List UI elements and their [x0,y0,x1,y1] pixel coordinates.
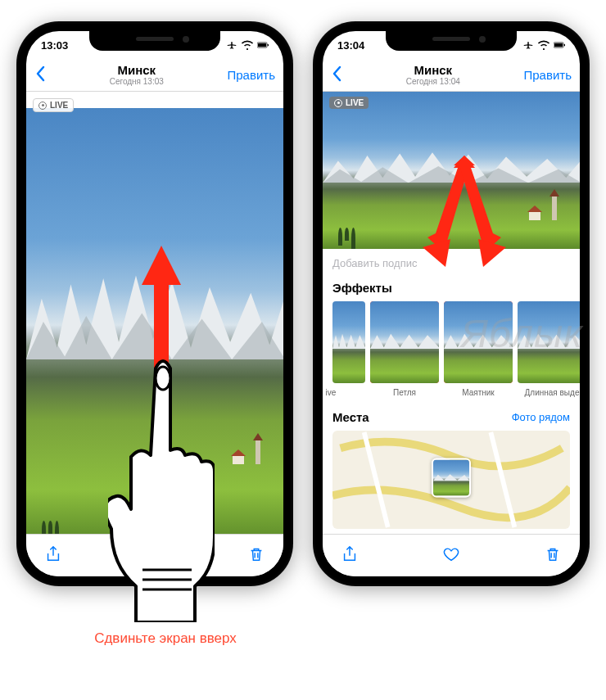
share-icon [341,545,359,563]
svg-rect-1 [258,43,266,47]
effect-label: Длинная выде [525,388,580,397]
share-button[interactable] [341,545,359,567]
places-title: Места [332,410,369,424]
live-badge: LIVE [33,98,74,112]
nav-title: Минск Сегодня 13:03 [110,63,164,87]
nav-title-text: Минск [406,63,460,77]
photo-viewer[interactable]: LIVE [323,92,580,249]
status-indicators [226,40,269,50]
nav-title-text: Минск [110,63,164,77]
chevron-left-icon [34,65,46,82]
battery-icon [257,40,269,50]
places-map[interactable] [332,431,570,529]
bottom-toolbar [26,534,283,576]
live-label: LIVE [50,101,68,110]
map-pin-thumbnail[interactable] [432,458,471,498]
status-indicators [522,40,565,50]
favorite-button[interactable] [442,545,460,567]
places-section: Места Фото рядом [331,410,572,529]
bottom-toolbar [323,534,580,576]
share-button[interactable] [44,545,62,567]
edit-button[interactable]: Править [227,68,275,82]
phone-left: 13:03 Минск Сегодня 13:03 Править [16,21,293,586]
swipe-hint-text: Сдвиньте экран вверх [92,630,239,647]
share-icon [44,545,62,563]
effects-row[interactable]: ive Петля Маятник Длинная выде [323,301,580,397]
airplane-icon [226,40,237,50]
live-badge: LIVE [329,97,369,109]
photo-viewer[interactable] [26,108,283,542]
nav-subtitle: Сегодня 13:04 [406,77,460,87]
battery-icon [554,40,565,50]
status-time: 13:04 [337,39,364,52]
airplane-icon [522,40,534,50]
trash-icon [544,545,562,563]
live-icon [334,99,342,107]
places-nearby-link[interactable]: Фото рядом [512,411,570,423]
effect-label: ive [326,388,337,397]
effect-live[interactable]: ive [332,301,365,397]
effect-bounce[interactable]: Маятник [444,301,513,397]
wifi-icon [242,40,253,50]
svg-rect-4 [554,43,563,47]
status-time: 13:03 [41,39,68,52]
nav-subtitle: Сегодня 13:03 [110,77,164,87]
chevron-left-icon [331,65,342,82]
effect-label: Маятник [462,388,494,397]
effect-loop[interactable]: Петля [370,301,439,397]
caption-input[interactable]: Добавить подпис [323,249,580,271]
nav-title: Минск Сегодня 13:04 [406,63,460,87]
photo-image [323,92,580,249]
nav-bar: Минск Сегодня 13:04 Править [323,59,580,92]
effects-title: Эффекты [323,271,580,301]
edit-button[interactable]: Править [523,68,572,82]
phone-right: 13:04 Минск Сегодня 13:04 Править [313,21,590,586]
nav-bar: Минск Сегодня 13:03 Править [26,59,283,92]
heart-icon [442,545,460,563]
effect-label: Петля [393,388,416,397]
delete-button[interactable] [247,545,265,567]
notch [89,31,220,51]
effect-long-exposure[interactable]: Длинная выде [518,301,580,397]
live-label: LIVE [346,98,364,107]
back-button[interactable] [331,65,342,85]
screen-right: 13:04 Минск Сегодня 13:04 Править [323,31,580,576]
back-button[interactable] [34,65,46,85]
trash-icon [247,545,265,563]
svg-rect-2 [268,44,269,47]
photo-image [26,108,283,542]
svg-rect-5 [564,44,565,47]
notch [386,31,517,51]
delete-button[interactable] [544,545,562,567]
live-icon [38,102,47,110]
wifi-icon [538,40,549,50]
screen-left: 13:03 Минск Сегодня 13:03 Править [26,31,283,576]
